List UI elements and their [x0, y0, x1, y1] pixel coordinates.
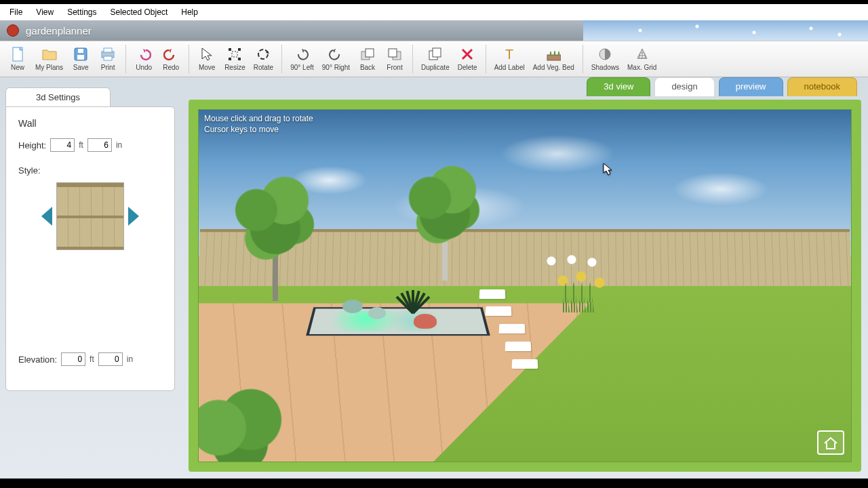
tab-3d-view[interactable]: 3d view: [587, 77, 650, 96]
header-decoration: [583, 20, 868, 41]
delete-icon: [460, 47, 475, 62]
svg-rect-9: [238, 48, 241, 51]
unit-in: in: [116, 140, 122, 150]
rotate-right-button[interactable]: 90° Right: [318, 44, 354, 74]
height-ft-input[interactable]: [50, 138, 75, 152]
rotate-right-icon: [328, 47, 343, 62]
prev-style-button[interactable]: [41, 207, 52, 226]
rotate-left-button[interactable]: 90° Left: [286, 44, 318, 74]
menubar: File View Settings Selected Object Help: [0, 4, 868, 20]
svg-rect-6: [104, 56, 112, 60]
move-cursor-icon: [199, 47, 214, 62]
duplicate-button[interactable]: Duplicate: [417, 44, 454, 74]
unit-ft: ft: [79, 140, 83, 150]
shadows-icon: [597, 47, 612, 62]
veg-bed-icon: [546, 47, 561, 62]
shadows-button[interactable]: Shadows: [587, 44, 623, 74]
svg-rect-5: [104, 48, 112, 52]
save-button[interactable]: Save: [67, 44, 94, 74]
svg-rect-11: [238, 58, 241, 60]
svg-rect-3: [78, 49, 83, 53]
add-veg-bed-button[interactable]: Add Veg. Bed: [529, 44, 578, 74]
print-icon: [100, 47, 115, 62]
undo-button[interactable]: Undo: [130, 44, 157, 74]
height-label: Height:: [18, 140, 46, 150]
svg-rect-2: [77, 55, 84, 60]
menu-view[interactable]: View: [29, 5, 60, 19]
tab-design[interactable]: design: [654, 77, 714, 96]
menu-selected-object[interactable]: Selected Object: [104, 5, 175, 19]
redo-icon: [163, 47, 178, 62]
sidebar-tab-3d-settings[interactable]: 3d Settings: [5, 87, 111, 106]
svg-point-12: [258, 49, 268, 59]
send-back-button[interactable]: Back: [354, 44, 381, 74]
svg-rect-20: [547, 55, 561, 60]
bring-front-button[interactable]: Front: [381, 44, 408, 74]
new-file-icon: [10, 47, 25, 62]
selected-object-name: Wall: [18, 118, 162, 129]
settings-panel: Wall Height: ft in Style:: [5, 106, 175, 391]
height-in-input[interactable]: [87, 138, 112, 152]
view-tabs: 3d view design preview notebook: [587, 77, 857, 96]
menu-file[interactable]: File: [3, 5, 29, 19]
undo-icon: [136, 47, 151, 62]
elevation-in-input[interactable]: [98, 352, 123, 366]
resize-button[interactable]: Resize: [220, 44, 250, 74]
svg-rect-7: [232, 52, 237, 57]
svg-rect-10: [229, 58, 231, 60]
svg-rect-14: [366, 49, 374, 57]
folder-icon: [42, 47, 57, 62]
add-label-button[interactable]: TAdd Label: [490, 44, 529, 74]
bring-front-icon: [387, 47, 402, 62]
svg-rect-18: [433, 48, 441, 57]
next-style-button[interactable]: [128, 207, 139, 226]
delete-button[interactable]: Delete: [454, 44, 481, 74]
new-button[interactable]: New: [4, 44, 31, 74]
rotate-icon: [256, 47, 271, 62]
save-icon: [73, 47, 88, 62]
max-grid-button[interactable]: Max. Grid: [623, 44, 660, 74]
svg-rect-16: [389, 49, 397, 57]
menu-settings[interactable]: Settings: [60, 5, 103, 19]
viewport-hint: Mouse click and drag to rotateCursor key…: [204, 114, 313, 135]
cursor-icon: [603, 163, 612, 176]
reset-view-button[interactable]: [817, 430, 844, 455]
title-bar: gardenplanner: [0, 20, 868, 41]
menu-help[interactable]: Help: [174, 5, 205, 19]
app-title: gardenplanner: [26, 25, 92, 37]
rotate-left-icon: [294, 47, 309, 62]
elevation-ft-input[interactable]: [61, 352, 85, 366]
style-swatch[interactable]: [56, 182, 124, 250]
my-plans-button[interactable]: My Plans: [31, 44, 67, 74]
move-button[interactable]: Move: [193, 44, 220, 74]
app-logo-icon: [7, 24, 19, 37]
rotate-button[interactable]: Rotate: [250, 44, 277, 74]
3d-viewport[interactable]: Mouse click and drag to rotateCursor key…: [189, 100, 861, 472]
elevation-label: Elevation:: [18, 354, 57, 365]
svg-rect-8: [229, 48, 231, 51]
tab-notebook[interactable]: notebook: [787, 77, 858, 96]
resize-icon: [227, 47, 242, 62]
duplicate-icon: [428, 47, 443, 62]
grid-icon: [635, 47, 650, 62]
svg-text:T: T: [505, 47, 513, 61]
redo-button[interactable]: Redo: [157, 44, 184, 74]
print-button[interactable]: Print: [94, 44, 121, 74]
text-icon: T: [502, 47, 517, 62]
tab-preview[interactable]: preview: [719, 77, 783, 96]
toolbar: New My Plans Save Print Undo Redo Move R…: [0, 41, 868, 77]
send-back-icon: [360, 47, 375, 62]
style-label: Style:: [18, 165, 162, 176]
